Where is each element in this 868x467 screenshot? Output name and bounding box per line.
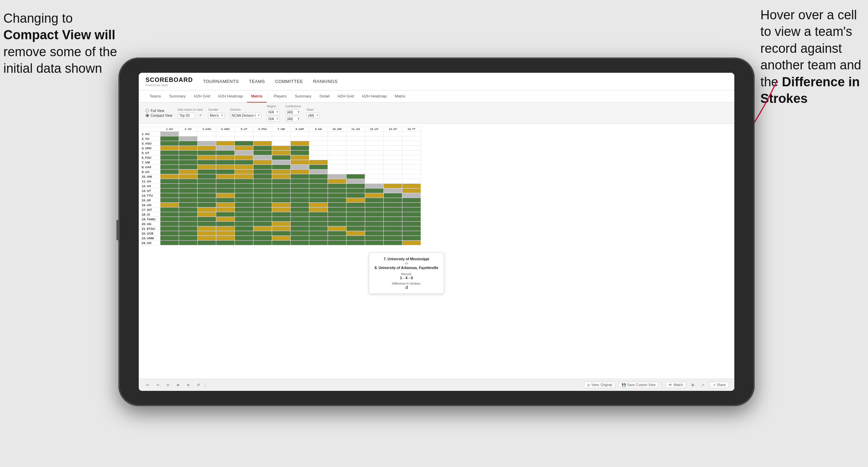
cell-r13-c5[interactable] [235, 188, 253, 193]
cell-r13-c9[interactable] [309, 188, 328, 193]
cell-r9-c11[interactable] [347, 170, 365, 174]
cell-r19-c3[interactable] [198, 217, 216, 222]
cell-r16-c9[interactable] [309, 203, 328, 207]
cell-r9-c2[interactable] [179, 170, 198, 174]
cell-r1-c9[interactable] [309, 132, 328, 136]
cell-r21-c9[interactable] [309, 226, 328, 231]
cell-r13-c8[interactable] [291, 188, 309, 193]
cell-r19-c10[interactable] [328, 217, 347, 222]
cell-r8-c4[interactable] [216, 165, 235, 170]
cell-r17-c10[interactable] [328, 207, 347, 212]
cell-r19-c8[interactable] [291, 217, 309, 222]
cell-r17-c14[interactable] [402, 207, 421, 212]
cell-r24-c8[interactable] [291, 241, 309, 245]
cell-r24-c7[interactable] [272, 241, 291, 245]
cell-r20-c13[interactable] [384, 222, 402, 226]
nav-committee[interactable]: COMMITTEE [275, 77, 303, 85]
cell-r10-c14[interactable] [402, 174, 421, 179]
cell-r10-c13[interactable] [384, 174, 402, 179]
cell-r18-c11[interactable] [347, 212, 365, 217]
cell-r5-c2[interactable] [179, 151, 198, 155]
cell-r15-c8[interactable] [291, 198, 309, 203]
cell-r23-c1[interactable] [160, 236, 179, 241]
cell-r19-c1[interactable] [160, 217, 179, 222]
cell-r19-c6[interactable] [253, 217, 272, 222]
cell-r11-c1[interactable] [160, 179, 179, 184]
cell-r18-c3[interactable] [198, 212, 216, 217]
cell-r16-c13[interactable] [384, 203, 402, 207]
cell-r3-c7[interactable] [272, 141, 291, 146]
cell-r24-c1[interactable] [160, 241, 179, 245]
cell-r6-c11[interactable] [347, 155, 365, 160]
cell-r21-c4[interactable] [216, 226, 235, 231]
team-wrapper[interactable]: (All) [306, 112, 320, 118]
cell-r15-c2[interactable] [179, 198, 198, 203]
cell-r1-c7[interactable] [272, 132, 291, 136]
cell-r21-c14[interactable] [402, 226, 421, 231]
cell-r8-c7[interactable] [272, 165, 291, 170]
conference-wrapper2[interactable]: (All) [285, 115, 301, 121]
toolbar-grid[interactable]: ⊞ [689, 382, 696, 388]
cell-r7-c3[interactable] [198, 160, 216, 165]
cell-r19-c13[interactable] [384, 217, 402, 222]
cell-r11-c7[interactable] [272, 179, 291, 184]
cell-r7-c10[interactable] [328, 160, 347, 165]
cell-r5-c8[interactable] [291, 151, 309, 155]
cell-r19-c9[interactable] [309, 217, 328, 222]
cell-r16-c6[interactable] [253, 203, 272, 207]
cell-r16-c5[interactable] [235, 203, 253, 207]
cell-r16-c8[interactable] [291, 203, 309, 207]
conference-wrapper1[interactable]: (All) [285, 109, 301, 115]
toolbar-refresh[interactable]: ⊙ [164, 382, 171, 388]
cell-r22-c6[interactable] [253, 231, 272, 236]
max-teams-wrapper[interactable]: Top 50 [178, 112, 203, 118]
toolbar-save-custom[interactable]: 💾 Save Custom View [619, 382, 659, 388]
cell-r23-c7[interactable] [272, 236, 291, 241]
cell-r3-c10[interactable] [328, 141, 347, 146]
cell-r1-c5[interactable] [235, 132, 253, 136]
cell-r11-c12[interactable] [365, 179, 384, 184]
cell-r14-c9[interactable] [309, 193, 328, 198]
cell-r17-c6[interactable] [253, 207, 272, 212]
cell-r9-c6[interactable] [253, 170, 272, 174]
cell-r4-c5[interactable] [235, 146, 253, 151]
cell-r5-c11[interactable] [347, 151, 365, 155]
cell-r10-c8[interactable] [291, 174, 309, 179]
cell-r3-c4[interactable] [216, 141, 235, 146]
cell-r23-c12[interactable] [365, 236, 384, 241]
cell-r8-c6[interactable] [253, 165, 272, 170]
cell-r8-c8[interactable] [291, 165, 309, 170]
cell-r15-c10[interactable] [328, 198, 347, 203]
cell-r3-c14[interactable] [402, 141, 421, 146]
cell-r14-c4[interactable] [216, 193, 235, 198]
cell-r23-c13[interactable] [384, 236, 402, 241]
tab-teams[interactable]: Teams [146, 90, 165, 103]
cell-r9-c9[interactable] [309, 170, 328, 174]
cell-r10-c7[interactable] [272, 174, 291, 179]
conference-select2[interactable]: (All) [285, 116, 299, 122]
cell-r1-c4[interactable] [216, 132, 235, 136]
cell-r6-c9[interactable] [309, 155, 328, 160]
cell-r23-c11[interactable] [347, 236, 365, 241]
cell-r14-c5[interactable] [235, 193, 253, 198]
cell-r17-c12[interactable] [365, 207, 384, 212]
tab-summary-left[interactable]: Summary [165, 90, 190, 103]
cell-r18-c8[interactable] [291, 212, 309, 217]
tab-matrix-left[interactable]: Matrix [247, 90, 267, 103]
cell-r13-c4[interactable] [216, 188, 235, 193]
radio-full-view[interactable]: Full View [146, 109, 172, 113]
cell-r9-c4[interactable] [216, 170, 235, 174]
toolbar-view-original[interactable]: ◎ View: Original [584, 382, 616, 388]
cell-r12-c1[interactable] [160, 184, 179, 188]
cell-r19-c14[interactable] [402, 217, 421, 222]
cell-r21-c11[interactable] [347, 226, 365, 231]
cell-r22-c1[interactable] [160, 231, 179, 236]
cell-r14-c2[interactable] [179, 193, 198, 198]
cell-r13-c6[interactable] [253, 188, 272, 193]
cell-r4-c3[interactable] [198, 146, 216, 151]
cell-r1-c11[interactable] [347, 132, 365, 136]
toolbar-redo[interactable]: ↪ [154, 382, 161, 388]
cell-r11-c6[interactable] [253, 179, 272, 184]
cell-r15-c1[interactable] [160, 198, 179, 203]
cell-r1-c2[interactable] [179, 132, 198, 136]
